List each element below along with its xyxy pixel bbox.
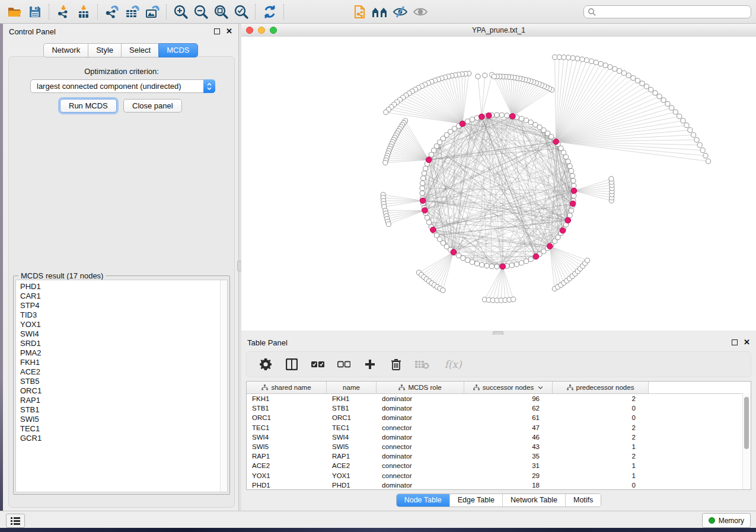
first-neighbors-button[interactable] (370, 2, 390, 21)
show-column-button[interactable] (285, 357, 299, 371)
tab-select[interactable]: Select (121, 43, 159, 57)
cell-succ: 18 (464, 482, 553, 489)
cell-pred: 2 (553, 424, 649, 431)
mcds-result-item[interactable]: YOX1 (20, 320, 227, 329)
mcds-result-item[interactable]: RAP1 (20, 396, 227, 405)
tab-mcds[interactable]: MCDS (158, 43, 197, 57)
table-row-FKH1[interactable]: FKH1FKH1dominator962 (247, 394, 751, 403)
close-panel-icon[interactable]: ✕ (744, 339, 750, 345)
table-row-SWI4[interactable]: SWI4SWI4dominator462 (247, 432, 751, 442)
tab-network-table[interactable]: Network Table (502, 494, 565, 507)
export-network-button[interactable] (102, 2, 122, 21)
column-header-shared-name[interactable]: shared name (247, 382, 327, 393)
export-image-button[interactable] (142, 2, 162, 21)
memory-button[interactable]: Memory (702, 513, 751, 528)
mcds-result-item[interactable]: TEC1 (20, 424, 227, 434)
network-canvas[interactable] (241, 37, 756, 331)
tab-network[interactable]: Network (43, 43, 88, 57)
export-table-icon (124, 5, 141, 19)
table-row-SWI5[interactable]: SWI5SWI5connector431 (247, 442, 751, 451)
tab-edge-table[interactable]: Edge Table (449, 494, 502, 507)
mcds-result-list[interactable]: PHD1CAR1STP4TID3YOX1SWI4SRD1PMA2FKH1ACE2… (15, 280, 228, 492)
cell-shared: ACE2 (247, 462, 327, 469)
import-network-icon (56, 5, 71, 19)
select-all-columns-button[interactable] (311, 357, 325, 371)
cell-succ: 96 (464, 395, 553, 402)
status-bar: Memory (0, 511, 756, 528)
mcds-result-item[interactable]: STP4 (20, 301, 227, 310)
search-input[interactable] (598, 7, 747, 17)
create-column-button[interactable] (363, 357, 377, 371)
import-table-button[interactable] (74, 2, 94, 21)
close-panel-icon[interactable]: ✕ (226, 28, 232, 34)
search-box[interactable] (583, 5, 751, 18)
zoom-fit-button[interactable] (211, 2, 231, 21)
zoom-in-button[interactable] (171, 2, 191, 21)
mcds-result-item[interactable]: PHD1 (20, 282, 227, 291)
table-row-ORC1[interactable]: ORC1ORC1dominator610 (247, 413, 751, 422)
mcds-result-item[interactable]: FKH1 (20, 358, 227, 367)
float-window-icon[interactable] (214, 28, 220, 34)
mcds-list-scrollbar[interactable] (220, 280, 227, 492)
new-network-from-selection-button[interactable] (350, 2, 370, 21)
node-table-header: shared namenameMCDS rolesuccessor nodesp… (247, 382, 751, 394)
mcds-result-item[interactable]: ORC1 (20, 386, 227, 396)
cell-role: dominator (377, 395, 464, 402)
table-row-TEC1[interactable]: TEC1TEC1connector472 (247, 423, 751, 432)
table-scrollbar-thumb[interactable] (744, 397, 749, 449)
table-row-PHD1[interactable]: PHD1PHD1dominator180 (247, 480, 751, 490)
run-mcds-button[interactable]: Run MCDS (60, 99, 117, 113)
horizontal-splitter[interactable] (241, 331, 756, 335)
table-scrollbar[interactable] (742, 393, 751, 489)
refresh-view-button[interactable] (260, 2, 280, 21)
import-network-button[interactable] (53, 2, 74, 21)
cell-name: RAP1 (327, 453, 377, 460)
cell-succ: 47 (464, 424, 553, 431)
table-row-YOX1[interactable]: YOX1YOX1connector291 (247, 471, 751, 480)
tab-style[interactable]: Style (88, 43, 122, 57)
mcds-result-item[interactable]: SWI5 (20, 415, 227, 424)
mcds-result-item[interactable]: SWI4 (20, 329, 227, 339)
cell-name: STB1 (327, 405, 377, 412)
zoom-out-button[interactable] (191, 2, 211, 21)
zoom-fit-icon (213, 4, 229, 20)
close-panel-button[interactable]: Close panel (123, 99, 182, 113)
column-header-MCDS-role[interactable]: MCDS role (377, 382, 464, 393)
mcds-result-item[interactable]: CAR1 (20, 291, 227, 301)
task-history-button[interactable] (6, 514, 25, 528)
hide-selected-button[interactable] (390, 2, 410, 21)
tab-node-table[interactable]: Node Table (397, 494, 449, 507)
float-window-icon[interactable] (732, 339, 738, 345)
table-row-RAP1[interactable]: RAP1RAP1dominator352 (247, 451, 751, 461)
zoom-selected-button[interactable] (231, 2, 251, 21)
first-neighbors-icon (371, 5, 389, 18)
cell-succ: 29 (464, 472, 553, 479)
table-row-STB1[interactable]: STB1STB1dominator620 (247, 403, 751, 413)
mcds-result-item[interactable]: SRD1 (20, 339, 227, 348)
mcds-result-item[interactable]: PMA2 (20, 348, 227, 358)
mcds-result-item[interactable]: GCR1 (20, 434, 227, 443)
table-row-ACE2[interactable]: ACE2ACE2connector311 (247, 461, 751, 470)
open-file-button[interactable] (5, 2, 25, 21)
node-table[interactable]: shared namenameMCDS rolesuccessor nodesp… (246, 381, 751, 490)
mcds-result-item[interactable]: ACE2 (20, 367, 227, 377)
column-header-name[interactable]: name (327, 382, 377, 393)
save-session-button[interactable] (25, 2, 45, 21)
delete-column-button[interactable] (389, 357, 403, 371)
mcds-result-item[interactable]: STB1 (20, 405, 227, 415)
network-window-titlebar[interactable]: YPA_prune.txt_1 (241, 24, 756, 37)
table-settings-button[interactable] (259, 357, 273, 371)
toolbar-separator (283, 4, 285, 20)
export-table-button[interactable] (122, 2, 142, 21)
mcds-result-item[interactable]: STB5 (20, 377, 227, 386)
criterion-dropdown[interactable]: largest connected component (undirected) (30, 79, 215, 93)
show-all-button[interactable] (410, 2, 430, 21)
mcds-result-item[interactable]: TID3 (20, 310, 227, 320)
zoom-in-icon (173, 4, 189, 20)
column-header-predecessor-nodes[interactable]: predecessor nodes (553, 382, 649, 393)
deselect-all-columns-button[interactable] (337, 357, 351, 371)
cell-succ: 46 (464, 434, 553, 441)
tab-motifs[interactable]: Motifs (565, 494, 601, 507)
column-header-successor-nodes[interactable]: successor nodes (464, 382, 553, 393)
toolbar-separator (97, 4, 98, 20)
